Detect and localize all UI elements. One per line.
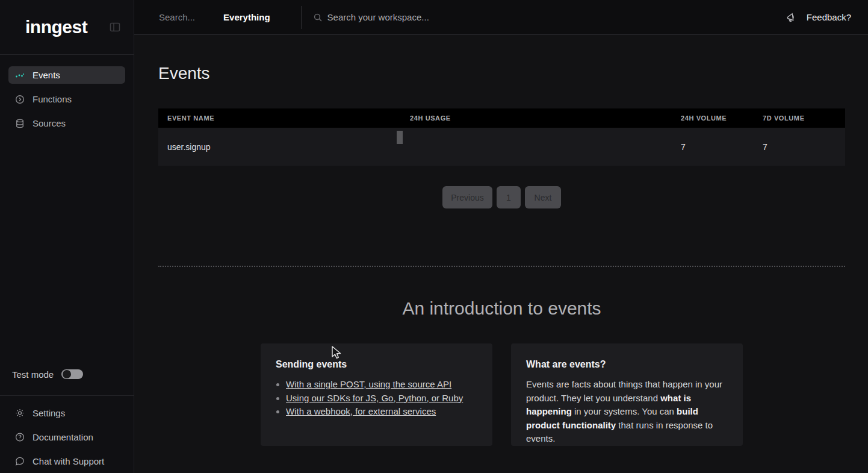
main-area: Search... Everything Feedback? Events EV bbox=[134, 0, 868, 473]
function-circle-icon bbox=[15, 95, 25, 104]
sidebar-item-documentation[interactable]: Documentation bbox=[0, 425, 134, 449]
test-mode-toggle[interactable] bbox=[61, 369, 83, 379]
column-header-24h-volume: 24H VOLUME bbox=[681, 114, 763, 122]
events-dots-icon bbox=[15, 70, 25, 80]
test-mode-label: Test mode bbox=[12, 369, 54, 380]
page-title: Events bbox=[158, 63, 845, 83]
gear-icon bbox=[15, 408, 25, 418]
event-name-cell: user.signup bbox=[158, 142, 410, 152]
link-webhook[interactable]: With a webhook, for external services bbox=[286, 406, 436, 416]
sidebar-item-label: Sources bbox=[33, 118, 66, 128]
sending-events-card: Sending events With a single POST, using… bbox=[261, 343, 492, 446]
sidebar-item-label: Functions bbox=[33, 94, 72, 104]
link-sdks[interactable]: Using our SDKs for JS, Go, Python, or Ru… bbox=[286, 393, 463, 403]
column-header-7d-volume: 7D VOLUME bbox=[763, 114, 845, 122]
sparkline-bar bbox=[397, 131, 403, 144]
search-icon bbox=[314, 13, 322, 22]
intro-heading: An introduction to events bbox=[158, 298, 845, 319]
sidebar-header: inngest bbox=[0, 0, 134, 55]
list-item: With a webhook, for external services bbox=[286, 405, 477, 419]
card-body-text: Events are facts about things that happe… bbox=[526, 378, 728, 446]
pagination: Previous 1 Next bbox=[158, 186, 845, 208]
column-header-24h-usage: 24H USAGE bbox=[410, 114, 681, 122]
footer-item-label: Chat with Support bbox=[33, 456, 104, 466]
search-label: Search... bbox=[159, 12, 195, 22]
list-item: Using our SDKs for JS, Go, Python, or Ru… bbox=[286, 392, 477, 406]
sidebar-item-functions[interactable]: Functions bbox=[8, 90, 125, 108]
card-title: What are events? bbox=[526, 359, 728, 370]
sidebar-item-settings[interactable]: Settings bbox=[0, 401, 134, 425]
volume-7d-cell: 7 bbox=[763, 142, 845, 152]
sidebar-item-sources[interactable]: Sources bbox=[8, 114, 125, 132]
column-header-event-name: EVENT NAME bbox=[158, 114, 410, 122]
card-link-list: With a single POST, using the source API… bbox=[276, 378, 477, 419]
feedback-label: Feedback? bbox=[807, 12, 851, 22]
events-table: EVENT NAME 24H USAGE 24H VOLUME 7D VOLUM… bbox=[158, 108, 845, 166]
card-title: Sending events bbox=[276, 359, 477, 370]
next-page-button[interactable]: Next bbox=[525, 186, 561, 208]
content: Events EVENT NAME 24H USAGE 24H VOLUME 7… bbox=[134, 63, 868, 446]
table-header: EVENT NAME 24H USAGE 24H VOLUME 7D VOLUM… bbox=[158, 108, 845, 128]
table-row[interactable]: user.signup 7 7 bbox=[158, 128, 845, 166]
sidebar-collapse-icon[interactable] bbox=[110, 22, 120, 33]
sidebar-item-chat-support[interactable]: Chat with Support bbox=[0, 449, 134, 473]
test-mode-row: Test mode bbox=[0, 365, 134, 383]
chat-bubble-icon bbox=[15, 456, 25, 466]
footer-item-label: Documentation bbox=[33, 432, 93, 442]
sidebar-footer: Test mode Settings bbox=[0, 365, 134, 473]
sidebar-nav: Events Functions Sources bbox=[0, 55, 134, 150]
database-icon bbox=[15, 119, 25, 128]
sidebar-item-events[interactable]: Events bbox=[8, 66, 125, 84]
what-are-events-card: What are events? Events are facts about … bbox=[511, 343, 743, 446]
inngest-logo: inngest bbox=[25, 17, 87, 37]
sidebar-item-label: Events bbox=[33, 70, 60, 80]
sidebar: inngest Events Functions bbox=[0, 0, 134, 473]
intro-cards: Sending events With a single POST, using… bbox=[158, 343, 845, 446]
feedback-button[interactable]: Feedback? bbox=[786, 12, 851, 23]
toggle-knob bbox=[63, 370, 71, 378]
list-item: With a single POST, using the source API bbox=[286, 378, 477, 392]
topbar: Search... Everything Feedback? bbox=[134, 0, 868, 35]
section-divider bbox=[158, 266, 845, 267]
previous-page-button[interactable]: Previous bbox=[442, 186, 492, 208]
volume-24h-cell: 7 bbox=[681, 142, 763, 152]
search-scope-selector[interactable]: Everything bbox=[223, 12, 270, 22]
topbar-divider bbox=[301, 6, 302, 29]
workspace-search-input[interactable] bbox=[327, 12, 786, 22]
megaphone-icon bbox=[786, 12, 797, 23]
footer-item-label: Settings bbox=[33, 408, 65, 418]
question-circle-icon bbox=[15, 432, 25, 442]
page-number-button[interactable]: 1 bbox=[497, 186, 521, 208]
link-single-post-source-api[interactable]: With a single POST, using the source API bbox=[286, 379, 451, 389]
